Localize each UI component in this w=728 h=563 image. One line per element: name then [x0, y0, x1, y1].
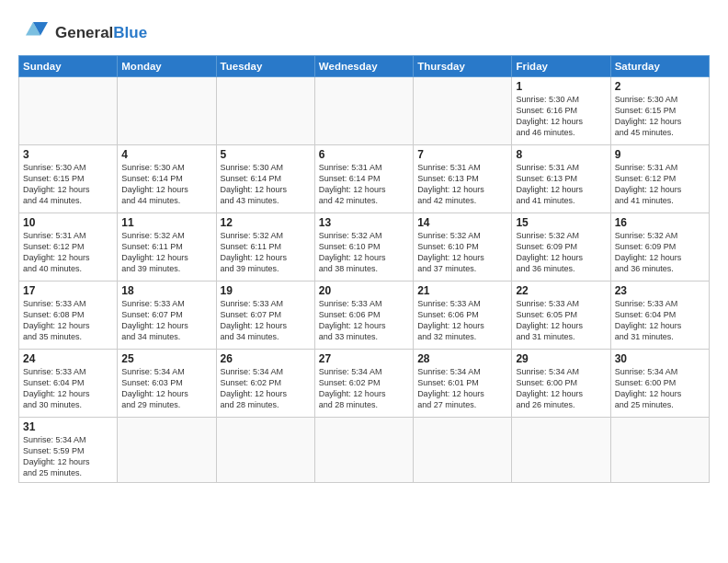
day-cell: [414, 77, 512, 145]
day-cell: 5Sunrise: 5:30 AM Sunset: 6:14 PM Daylig…: [216, 145, 314, 213]
day-info: Sunrise: 5:30 AM Sunset: 6:16 PM Dayligh…: [516, 94, 606, 139]
day-cell: 24Sunrise: 5:33 AM Sunset: 6:04 PM Dayli…: [19, 350, 118, 418]
header: GeneralBlue: [18, 15, 710, 52]
day-cell: 14Sunrise: 5:32 AM Sunset: 6:10 PM Dayli…: [414, 213, 512, 282]
week-row-6: 31Sunrise: 5:34 AM Sunset: 5:59 PM Dayli…: [19, 418, 710, 483]
day-info: Sunrise: 5:33 AM Sunset: 6:08 PM Dayligh…: [23, 298, 113, 343]
day-number: 4: [121, 148, 211, 161]
day-cell: 23Sunrise: 5:33 AM Sunset: 6:04 PM Dayli…: [610, 282, 709, 350]
day-info: Sunrise: 5:33 AM Sunset: 6:06 PM Dayligh…: [417, 298, 507, 343]
col-header-thursday: Thursday: [414, 56, 512, 77]
logo-text-block: GeneralBlue: [55, 24, 147, 42]
day-number: 28: [417, 352, 507, 365]
day-cell: 31Sunrise: 5:34 AM Sunset: 5:59 PM Dayli…: [19, 418, 118, 483]
day-cell: 3Sunrise: 5:30 AM Sunset: 6:15 PM Daylig…: [19, 145, 118, 213]
logo: GeneralBlue: [18, 15, 147, 52]
col-header-wednesday: Wednesday: [314, 56, 413, 77]
day-info: Sunrise: 5:32 AM Sunset: 6:11 PM Dayligh…: [121, 230, 211, 275]
day-number: 1: [516, 80, 606, 93]
day-number: 27: [319, 352, 409, 365]
day-info: Sunrise: 5:34 AM Sunset: 6:01 PM Dayligh…: [417, 366, 507, 411]
day-cell: 9Sunrise: 5:31 AM Sunset: 6:12 PM Daylig…: [610, 145, 709, 213]
day-info: Sunrise: 5:31 AM Sunset: 6:13 PM Dayligh…: [417, 162, 507, 207]
day-cell: [118, 418, 216, 483]
day-cell: 26Sunrise: 5:34 AM Sunset: 6:02 PM Dayli…: [216, 350, 314, 418]
day-info: Sunrise: 5:33 AM Sunset: 6:07 PM Dayligh…: [121, 298, 211, 343]
day-number: 3: [23, 148, 113, 161]
day-info: Sunrise: 5:30 AM Sunset: 6:14 PM Dayligh…: [221, 162, 311, 207]
day-cell: 22Sunrise: 5:33 AM Sunset: 6:05 PM Dayli…: [512, 282, 610, 350]
day-number: 31: [23, 420, 113, 433]
day-number: 7: [417, 148, 507, 161]
day-cell: 15Sunrise: 5:32 AM Sunset: 6:09 PM Dayli…: [512, 213, 610, 282]
week-row-5: 24Sunrise: 5:33 AM Sunset: 6:04 PM Dayli…: [19, 350, 710, 418]
day-number: 15: [516, 216, 606, 229]
week-row-1: 1Sunrise: 5:30 AM Sunset: 6:16 PM Daylig…: [19, 77, 710, 145]
day-cell: [512, 418, 610, 483]
day-cell: 16Sunrise: 5:32 AM Sunset: 6:09 PM Dayli…: [610, 213, 709, 282]
day-cell: [314, 418, 413, 483]
day-cell: 1Sunrise: 5:30 AM Sunset: 6:16 PM Daylig…: [512, 77, 610, 145]
day-cell: 11Sunrise: 5:32 AM Sunset: 6:11 PM Dayli…: [118, 213, 216, 282]
day-info: Sunrise: 5:32 AM Sunset: 6:11 PM Dayligh…: [221, 230, 311, 275]
day-cell: 2Sunrise: 5:30 AM Sunset: 6:15 PM Daylig…: [610, 77, 709, 145]
day-cell: 7Sunrise: 5:31 AM Sunset: 6:13 PM Daylig…: [414, 145, 512, 213]
day-cell: 4Sunrise: 5:30 AM Sunset: 6:14 PM Daylig…: [118, 145, 216, 213]
day-cell: 13Sunrise: 5:32 AM Sunset: 6:10 PM Dayli…: [314, 213, 413, 282]
col-header-saturday: Saturday: [610, 56, 709, 77]
day-cell: [610, 418, 709, 483]
day-number: 30: [615, 352, 705, 365]
day-cell: [216, 418, 314, 483]
day-cell: 25Sunrise: 5:34 AM Sunset: 6:03 PM Dayli…: [118, 350, 216, 418]
column-headers: SundayMondayTuesdayWednesdayThursdayFrid…: [19, 56, 710, 77]
day-number: 26: [221, 352, 311, 365]
day-number: 14: [417, 216, 507, 229]
day-info: Sunrise: 5:32 AM Sunset: 6:09 PM Dayligh…: [516, 230, 606, 275]
day-number: 6: [319, 148, 409, 161]
day-number: 5: [221, 148, 311, 161]
day-cell: 6Sunrise: 5:31 AM Sunset: 6:14 PM Daylig…: [314, 145, 413, 213]
day-cell: 21Sunrise: 5:33 AM Sunset: 6:06 PM Dayli…: [414, 282, 512, 350]
day-info: Sunrise: 5:33 AM Sunset: 6:04 PM Dayligh…: [615, 298, 705, 343]
day-number: 25: [121, 352, 211, 365]
logo-blue: Blue: [113, 24, 147, 41]
day-number: 16: [615, 216, 705, 229]
day-info: Sunrise: 5:33 AM Sunset: 6:04 PM Dayligh…: [23, 366, 113, 411]
day-number: 13: [319, 216, 409, 229]
day-info: Sunrise: 5:31 AM Sunset: 6:12 PM Dayligh…: [23, 230, 113, 275]
day-number: 9: [615, 148, 705, 161]
day-cell: 19Sunrise: 5:33 AM Sunset: 6:07 PM Dayli…: [216, 282, 314, 350]
day-info: Sunrise: 5:32 AM Sunset: 6:10 PM Dayligh…: [319, 230, 409, 275]
day-cell: [118, 77, 216, 145]
day-cell: [19, 77, 118, 145]
week-row-4: 17Sunrise: 5:33 AM Sunset: 6:08 PM Dayli…: [19, 282, 710, 350]
week-row-3: 10Sunrise: 5:31 AM Sunset: 6:12 PM Dayli…: [19, 213, 710, 282]
calendar-table: SundayMondayTuesdayWednesdayThursdayFrid…: [18, 55, 710, 483]
day-cell: [314, 77, 413, 145]
day-number: 11: [121, 216, 211, 229]
day-info: Sunrise: 5:34 AM Sunset: 5:59 PM Dayligh…: [23, 434, 113, 479]
day-number: 18: [121, 284, 211, 297]
day-cell: 28Sunrise: 5:34 AM Sunset: 6:01 PM Dayli…: [414, 350, 512, 418]
day-info: Sunrise: 5:33 AM Sunset: 6:07 PM Dayligh…: [221, 298, 311, 343]
day-number: 24: [23, 352, 113, 365]
day-cell: [216, 77, 314, 145]
day-info: Sunrise: 5:33 AM Sunset: 6:06 PM Dayligh…: [319, 298, 409, 343]
day-number: 12: [221, 216, 311, 229]
col-header-tuesday: Tuesday: [216, 56, 314, 77]
day-info: Sunrise: 5:31 AM Sunset: 6:14 PM Dayligh…: [319, 162, 409, 207]
day-info: Sunrise: 5:30 AM Sunset: 6:14 PM Dayligh…: [121, 162, 211, 207]
day-number: 21: [417, 284, 507, 297]
day-cell: 27Sunrise: 5:34 AM Sunset: 6:02 PM Dayli…: [314, 350, 413, 418]
day-info: Sunrise: 5:34 AM Sunset: 6:00 PM Dayligh…: [615, 366, 705, 411]
logo-general: General: [55, 24, 113, 41]
day-number: 20: [319, 284, 409, 297]
day-info: Sunrise: 5:34 AM Sunset: 6:02 PM Dayligh…: [319, 366, 409, 411]
day-info: Sunrise: 5:34 AM Sunset: 6:02 PM Dayligh…: [221, 366, 311, 411]
day-number: 19: [221, 284, 311, 297]
day-info: Sunrise: 5:33 AM Sunset: 6:05 PM Dayligh…: [516, 298, 606, 343]
day-info: Sunrise: 5:30 AM Sunset: 6:15 PM Dayligh…: [615, 94, 705, 139]
day-number: 10: [23, 216, 113, 229]
day-cell: 30Sunrise: 5:34 AM Sunset: 6:00 PM Dayli…: [610, 350, 709, 418]
day-number: 22: [516, 284, 606, 297]
